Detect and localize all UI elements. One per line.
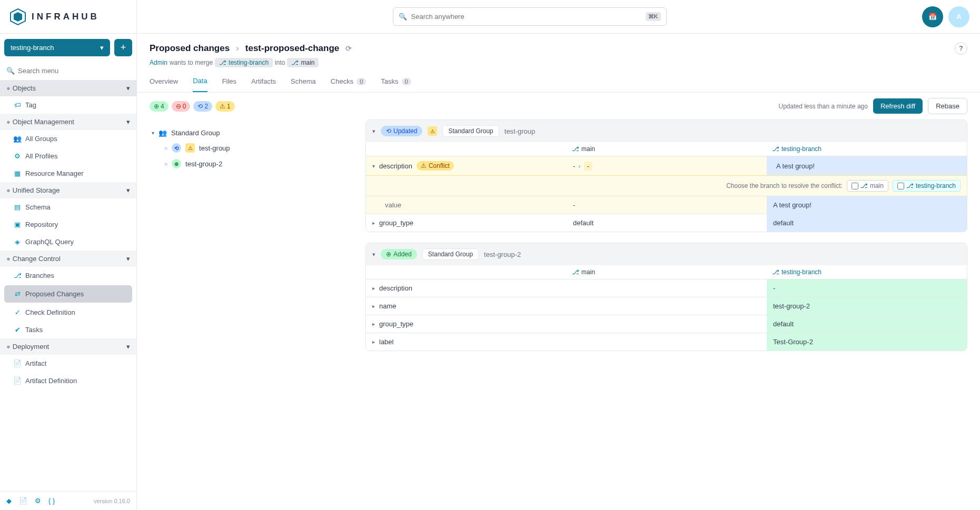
tab-tasks[interactable]: Tasks0 [381, 77, 411, 92]
nav-item-all-groups[interactable]: 👥All Groups [0, 130, 136, 147]
stat-updated: ⟲2 [193, 101, 212, 112]
nav-item-artifact-definition[interactable]: 📄Artifact Definition [0, 372, 136, 389]
attr-name[interactable]: ▾ description ⚠Conflict [366, 156, 567, 175]
nav-item-branches[interactable]: ⎇Branches [0, 267, 136, 284]
main-value [567, 315, 767, 333]
nav-item-repository[interactable]: ▣Repository [0, 216, 136, 233]
attr-name[interactable]: ▸group_type [366, 315, 567, 333]
col-branch: ⎇testing-branch [767, 142, 967, 156]
logo[interactable]: INFRAHUB [0, 0, 136, 34]
tree-item[interactable]: ○ ⟲ ⚠ test-group [150, 140, 355, 156]
nav-item-all-profiles[interactable]: ⚙All Profiles [0, 147, 136, 165]
topbar: 🔍 ⌘K 📅 A [137, 0, 980, 34]
chevron-down-icon[interactable]: ▾ [372, 128, 375, 135]
chevron-right-icon[interactable]: ▸ [372, 220, 375, 226]
help-button[interactable]: ? [955, 42, 967, 55]
footer-icon-2[interactable]: 📄 [19, 497, 27, 505]
chevron-down-icon: ▾ [126, 186, 130, 194]
branch-name: testing-branch [11, 44, 54, 52]
diff-card-header[interactable]: ▾ ⊕Added Standard Group test-group-2 [366, 243, 967, 265]
merge-user[interactable]: Admin [150, 59, 167, 66]
tab-checks[interactable]: Checks0 [331, 77, 366, 92]
footer-icon-4[interactable]: { } [48, 497, 55, 505]
resource-icon: ▦ [14, 169, 21, 177]
bullet-icon: ○ [164, 145, 167, 151]
chevron-down-icon[interactable]: ▾ [372, 163, 375, 169]
nav-item-resource-manager[interactable]: ▦Resource Manager [0, 165, 136, 182]
resolve-option-branch[interactable]: ⎇testing-branch [893, 180, 961, 192]
add-branch-button[interactable]: + [114, 39, 132, 56]
branch-value: Test-Group-2 [767, 333, 967, 351]
branch-value: - [767, 279, 967, 297]
breadcrumb-parent[interactable]: Proposed changes [150, 43, 230, 54]
main: 🔍 ⌘K 📅 A Proposed changes › test-propose… [137, 0, 980, 510]
tab-files[interactable]: Files [222, 77, 236, 92]
source-branch-chip[interactable]: ⎇testing-branch [215, 58, 273, 67]
avatar[interactable]: A [948, 6, 969, 27]
resolve-option-main[interactable]: ⎇main [847, 180, 888, 192]
chevron-right-icon[interactable]: ▸ [372, 339, 375, 345]
attr-name[interactable]: ▸group_type [366, 214, 567, 232]
chevron-right-icon: › [236, 43, 239, 54]
nav-item-check-definition[interactable]: ✓Check Definition [0, 304, 136, 321]
nav-item-artifact[interactable]: 📄Artifact [0, 355, 136, 372]
target-branch-chip[interactable]: ⎇main [287, 58, 319, 67]
check-icon: ✓ [14, 308, 21, 316]
diff-row: ▸description - [366, 279, 967, 297]
graphql-icon: ◈ [14, 238, 21, 246]
global-search[interactable]: 🔍 ⌘K [393, 7, 667, 26]
search-menu[interactable]: 🔍 [0, 64, 136, 80]
attr-name[interactable]: ▸name [366, 297, 567, 315]
branch-icon: ⎇ [219, 59, 226, 66]
tab-overview[interactable]: Overview [150, 77, 178, 92]
nav-section-object-management[interactable]: ●Object Management▾ [0, 114, 136, 130]
warning-icon: ⚠ [421, 162, 427, 169]
nav-section-deployment[interactable]: ●Deployment▾ [0, 338, 136, 355]
diff-card: ▾ ⊕Added Standard Group test-group-2 ⎇ma… [365, 243, 967, 351]
tab-data[interactable]: Data [193, 77, 207, 92]
footer-icon-3[interactable]: ⚙ [35, 497, 41, 505]
col-main: ⎇main [567, 265, 767, 279]
chevron-right-icon[interactable]: ▸ [372, 303, 375, 309]
global-search-input[interactable] [411, 13, 641, 21]
refresh-diff-button[interactable]: Refresh diff [873, 98, 923, 114]
search-menu-input[interactable] [18, 67, 130, 75]
chevron-down-icon[interactable]: ▾ [372, 251, 375, 258]
warning-icon: ⚠ [185, 143, 195, 153]
logo-icon [9, 8, 26, 25]
tab-schema[interactable]: Schema [291, 77, 316, 92]
status-badge: ⟲Updated [381, 126, 422, 136]
nav-section-change-control[interactable]: ●Change Control▾ [0, 251, 136, 267]
tree-root[interactable]: ▾ 👥 Standard Group [150, 126, 355, 140]
nav-section-storage[interactable]: ●Unified Storage▾ [0, 182, 136, 198]
reload-icon[interactable]: ⟳ [345, 44, 352, 53]
attr-name[interactable]: ▸description [366, 279, 567, 297]
plus-icon: ⊕ [386, 251, 391, 258]
tab-artifacts[interactable]: Artifacts [251, 77, 276, 92]
nav-item-tag[interactable]: 🏷Tag [0, 96, 136, 114]
nav-section-objects[interactable]: ●Objects▾ [0, 80, 136, 96]
diff-card-header[interactable]: ▾ ⟲Updated ⚠ Standard Group test-group [366, 120, 967, 142]
branch-selector[interactable]: testing-branch ▾ [4, 39, 110, 56]
notifications-button[interactable]: 📅 [922, 6, 943, 27]
attr-name[interactable]: ▸label [366, 333, 567, 351]
chevron-right-icon[interactable]: ▸ [372, 321, 375, 327]
warning-icon: ⚠ [220, 103, 225, 110]
nav-item-schema[interactable]: ▤Schema [0, 198, 136, 216]
artifact-icon: 📄 [14, 359, 21, 367]
main-value [567, 279, 767, 297]
nav-item-graphql[interactable]: ◈GraphQL Query [0, 233, 136, 251]
diff-row: value - A test group! [366, 196, 967, 214]
diff-row: ▸name test-group-2 [366, 297, 967, 315]
chevron-down-icon: ▾ [126, 255, 130, 263]
rebase-button[interactable]: Rebase [928, 98, 967, 114]
nav-item-tasks[interactable]: ✔Tasks [0, 321, 136, 338]
chevron-right-icon[interactable]: ▸ [372, 285, 375, 291]
groups-icon: 👥 [14, 135, 21, 143]
nav-item-proposed-changes[interactable]: ⇄Proposed Changes [4, 285, 132, 303]
footer-icon-1[interactable]: ◆ [6, 497, 12, 505]
chevron-down-icon: ▾ [126, 118, 130, 126]
tree-item[interactable]: ○ ⊕ test-group-2 [150, 156, 355, 172]
warning-icon: ⚠ [428, 126, 437, 136]
col-main: ⎇main [567, 142, 767, 156]
